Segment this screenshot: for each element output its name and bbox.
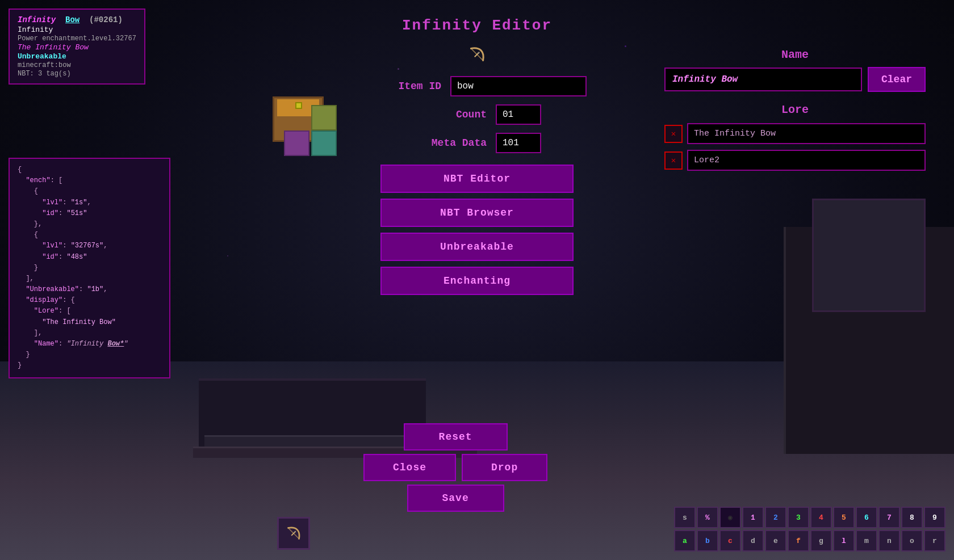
tooltip-line-enchant: Power enchantment.level.32767: [18, 35, 136, 43]
hotbar-cell-a[interactable]: a: [674, 530, 696, 551]
lore-input-1[interactable]: [687, 123, 926, 144]
item-id-input[interactable]: [450, 76, 587, 96]
hotbar-cell-o[interactable]: o: [901, 530, 923, 551]
hotbar-cell-b[interactable]: b: [697, 530, 718, 551]
nbt-line-10: }: [18, 263, 161, 273]
tooltip-id-tag: (#0261): [89, 15, 123, 24]
nbt-editor-button[interactable]: NBT Editor: [380, 165, 574, 193]
clear-button[interactable]: Clear: [868, 67, 926, 92]
inventory-slot[interactable]: [277, 517, 310, 550]
tooltip-title-bold: Bow: [65, 15, 80, 24]
inventory-bow-icon: [283, 523, 304, 544]
hotbar-cell-m[interactable]: m: [856, 530, 877, 551]
hotbar-row-2: a b c d e f g l m n o r: [674, 530, 945, 551]
hotbar-cell-6[interactable]: 6: [856, 507, 877, 528]
hotbar: s % ◉ 1 2 3 4 5 6 7 8 9 a b c d e f g l …: [674, 507, 945, 551]
hotbar-cell-8[interactable]: 8: [901, 507, 923, 528]
nbt-line-1: {: [18, 165, 161, 175]
nbt-line-9: "id": "48s": [18, 252, 161, 263]
enchanting-button[interactable]: Enchanting: [380, 267, 574, 295]
hotbar-row-1: s % ◉ 1 2 3 4 5 6 7 8 9: [674, 507, 945, 528]
nbt-browser-button[interactable]: NBT Browser: [380, 199, 574, 227]
lore-delete-btn-2[interactable]: ✕: [664, 151, 683, 170]
name-input[interactable]: [664, 68, 862, 91]
editor-panel: Infinity Editor Item ID Count Meta Data …: [346, 17, 608, 301]
name-input-row: Clear: [664, 67, 926, 92]
nbt-line-4: "lvl": "1s",: [18, 197, 161, 208]
nbt-line-7: {: [18, 230, 161, 241]
hotbar-cell-l[interactable]: l: [833, 530, 855, 551]
meta-input[interactable]: [496, 133, 541, 153]
hotbar-cell-dot[interactable]: ◉: [719, 507, 741, 528]
hotbar-cell-d[interactable]: d: [742, 530, 764, 551]
tooltip-line-lore: The Infinity Bow: [18, 43, 136, 52]
hotbar-cell-7[interactable]: 7: [878, 507, 900, 528]
hotbar-cell-s[interactable]: s: [674, 507, 696, 528]
hotbar-cell-4[interactable]: 4: [810, 507, 832, 528]
right-panel: Name Clear Lore ✕ ✕: [664, 48, 926, 176]
nbt-line-3: {: [18, 186, 161, 197]
drop-button[interactable]: Drop: [462, 454, 547, 481]
tooltip-line-nbt: NBT: 3 tag(s): [18, 70, 136, 78]
nbt-line-19: }: [18, 360, 161, 371]
bottom-buttons-panel: Reset Close Drop Save: [363, 423, 547, 512]
nbt-line-8: "lvl": "32767s",: [18, 241, 161, 251]
nbt-line-13: "display": {: [18, 295, 161, 306]
item-tooltip-panel: Infinity Bow (#0261) Infinity Power ench…: [9, 9, 145, 85]
tooltip-line-unbreakable: Unbreakable: [18, 52, 136, 61]
hotbar-cell-n[interactable]: n: [878, 530, 900, 551]
tooltip-line-mc: minecraft:bow: [18, 61, 136, 69]
tooltip-line1: Infinity: [18, 26, 136, 34]
nbt-line-17: "Name": "Infinity Bow*": [18, 339, 161, 350]
name-section-label: Name: [664, 48, 926, 61]
lore-row-2: ✕: [664, 150, 926, 171]
lore-input-2[interactable]: [687, 150, 926, 171]
hotbar-cell-9[interactable]: 9: [924, 507, 945, 528]
hotbar-cell-g[interactable]: g: [810, 530, 832, 551]
hotbar-cell-2[interactable]: 2: [765, 507, 786, 528]
hotbar-cell-5[interactable]: 5: [833, 507, 855, 528]
count-label: Count: [413, 109, 487, 120]
hotbar-cell-r[interactable]: r: [924, 530, 945, 551]
hotbar-cell-e[interactable]: e: [765, 530, 786, 551]
unbreakable-button[interactable]: Unbreakable: [380, 233, 574, 261]
reset-button[interactable]: Reset: [404, 423, 508, 450]
tooltip-title: Infinity Bow (#0261): [18, 15, 136, 24]
nbt-line-5: "id": "51s": [18, 208, 161, 219]
bottom-row-2: Close Drop: [363, 454, 547, 481]
nbt-line-14: "Lore": [: [18, 306, 161, 317]
hotbar-cell-f[interactable]: f: [788, 530, 809, 551]
nbt-line-6: },: [18, 219, 161, 230]
item-icon: [463, 41, 491, 68]
meta-row: Meta Data: [346, 133, 608, 153]
nbt-line-11: ],: [18, 273, 161, 284]
nbt-line-16: ],: [18, 328, 161, 339]
hotbar-cell-c[interactable]: c: [719, 530, 741, 551]
editor-title: Infinity Editor: [402, 17, 552, 34]
nbt-code-panel: { "ench": [ { "lvl": "1s", "id": "51s" }…: [9, 158, 170, 378]
hotbar-cell-pct[interactable]: %: [697, 507, 718, 528]
meta-label: Meta Data: [413, 137, 487, 149]
nbt-line-2: "ench": [: [18, 175, 161, 186]
lore-section-label: Lore: [664, 103, 926, 116]
lore-row-1: ✕: [664, 123, 926, 144]
count-input[interactable]: [496, 104, 541, 125]
item-id-label: Item ID: [367, 81, 441, 92]
item-id-row: Item ID: [346, 76, 608, 96]
nbt-line-12: "Unbreakable": "1b",: [18, 284, 161, 295]
hotbar-cell-3[interactable]: 3: [788, 507, 809, 528]
count-row: Count: [346, 104, 608, 125]
tooltip-title-italic: Infinity: [18, 15, 56, 24]
close-button[interactable]: Close: [363, 454, 456, 481]
bow-icon: [466, 43, 488, 66]
nbt-line-15: "The Infinity Bow": [18, 317, 161, 328]
save-button[interactable]: Save: [407, 485, 504, 512]
hotbar-cell-1[interactable]: 1: [742, 507, 764, 528]
nbt-line-18: }: [18, 350, 161, 360]
lore-delete-btn-1[interactable]: ✕: [664, 125, 683, 143]
